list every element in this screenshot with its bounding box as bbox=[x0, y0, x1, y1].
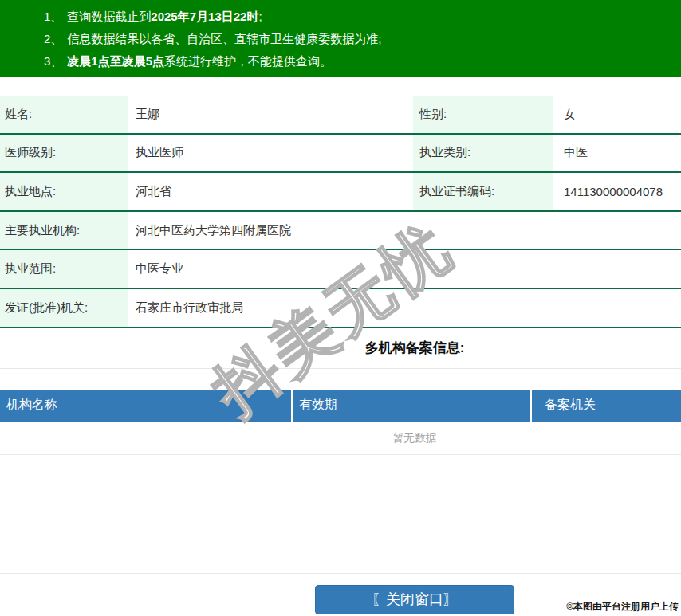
column-header-institution-name: 机构名称 bbox=[0, 390, 293, 422]
notice-item: 1、查询数据截止到2025年7月13日22时; bbox=[44, 6, 681, 28]
section-title-multi-institution: 多机构备案信息: bbox=[0, 328, 681, 368]
query-result-page: 1、查询数据截止到2025年7月13日22时; 2、信息数据结果以各省、自治区、… bbox=[0, 0, 681, 614]
spacer bbox=[0, 455, 681, 573]
column-header-validity-period: 有效期 bbox=[293, 390, 532, 422]
field-value-doctor-level: 执业医师 bbox=[128, 145, 413, 160]
table-row: 发证(批准)机关: 石家庄市行政审批局 bbox=[0, 289, 681, 328]
table-row: 执业地点: 河北省 执业证书编码: 141130000004078 bbox=[0, 173, 681, 212]
copyright-watermark: ©本图由平台注册用户上传 bbox=[566, 600, 679, 614]
table-row: 执业范围: 中医专业 bbox=[0, 250, 681, 289]
empty-state-text: 暂无数据 bbox=[0, 422, 681, 454]
close-window-button[interactable]: 〖关闭窗口〗 bbox=[315, 585, 514, 614]
field-value-certificate-number: 141130000004078 bbox=[553, 185, 681, 198]
notice-text: 信息数据结果以各省、自治区、直辖市卫生健康委数据为准; bbox=[67, 32, 381, 45]
notice-number: 3、 bbox=[44, 54, 62, 68]
field-value-practice-location: 河北省 bbox=[128, 184, 413, 199]
notice-text: 系统进行维护，不能提供查询。 bbox=[164, 54, 332, 68]
field-label-practice-location: 执业地点: bbox=[0, 173, 128, 210]
field-value-practice-scope: 中医专业 bbox=[128, 261, 681, 277]
notice-text-bold: 2025年7月13日22时 bbox=[151, 10, 258, 23]
field-label-gender: 性别: bbox=[413, 96, 553, 133]
notice-text: 查询数据截止到 bbox=[67, 10, 151, 23]
field-value-name: 王娜 bbox=[128, 107, 413, 122]
field-label-name: 姓名: bbox=[0, 96, 128, 133]
table-row: 医师级别: 执业医师 执业类别: 中医 bbox=[0, 135, 681, 174]
field-value-practice-category: 中医 bbox=[553, 145, 681, 160]
notice-number: 1、 bbox=[44, 10, 62, 23]
notice-item: 2、信息数据结果以各省、自治区、直辖市卫生健康委数据为准; bbox=[44, 28, 681, 50]
notice-item: 3、凌晨1点至凌晨5点系统进行维护，不能提供查询。 bbox=[44, 50, 681, 73]
field-value-issuing-authority: 石家庄市行政审批局 bbox=[128, 300, 681, 316]
records-table-header: 机构名称 有效期 备案机关 bbox=[0, 390, 681, 422]
field-label-main-institution: 主要执业机构: bbox=[0, 212, 128, 249]
field-label-practice-category: 执业类别: bbox=[413, 135, 553, 172]
practitioner-info-table: 姓名: 王娜 性别: 女 医师级别: 执业医师 执业类别: 中医 执业地点: 河… bbox=[0, 96, 681, 328]
notice-banner: 1、查询数据截止到2025年7月13日22时; 2、信息数据结果以各省、自治区、… bbox=[0, 0, 681, 77]
field-value-gender: 女 bbox=[553, 107, 681, 122]
divider bbox=[0, 368, 681, 369]
field-label-issuing-authority: 发证(批准)机关: bbox=[0, 289, 128, 327]
notice-number: 2、 bbox=[44, 32, 62, 45]
field-value-main-institution: 河北中医药大学第四附属医院 bbox=[128, 223, 681, 238]
table-row: 姓名: 王娜 性别: 女 bbox=[0, 96, 681, 135]
field-label-practice-scope: 执业范围: bbox=[0, 250, 128, 288]
notice-text-bold: 凌晨1点至凌晨5点 bbox=[67, 54, 164, 68]
field-label-certificate-number: 执业证书编码: bbox=[413, 173, 553, 210]
field-label-doctor-level: 医师级别: bbox=[0, 135, 128, 172]
column-header-record-authority: 备案机关 bbox=[532, 390, 681, 422]
table-row: 主要执业机构: 河北中医药大学第四附属医院 bbox=[0, 212, 681, 251]
notice-text: ; bbox=[258, 10, 262, 23]
